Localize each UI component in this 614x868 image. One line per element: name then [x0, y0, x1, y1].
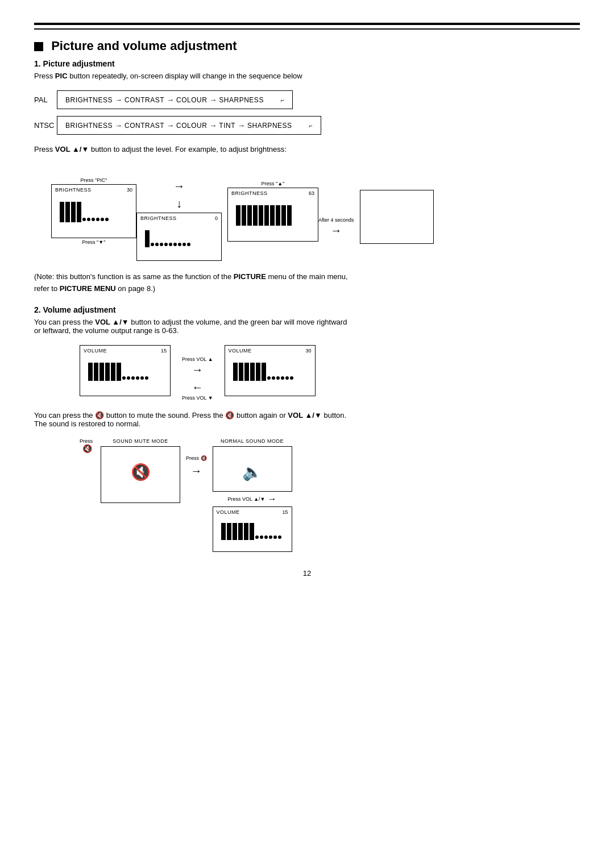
- volume-box-15: VOLUME 15: [80, 345, 171, 396]
- ntsc-sequence-box: BRIGHTNESS → CONTRAST → COLOUR → TINT → …: [57, 116, 321, 135]
- mute-col-2: NORMAL SOUND MODE 🔈 Press VOL ▲/▼ → VOLU…: [213, 438, 292, 552]
- pal-sequence-box: BRIGHTNESS → CONTRAST → COLOUR → SHARPNE…: [57, 90, 293, 109]
- section2-title: 2. Volume adjustment: [34, 305, 580, 314]
- restored-volume-box: VOLUME 15: [213, 506, 292, 552]
- press-vol-down-label: Press VOL ▼: [182, 395, 213, 401]
- mute-icon: 🔇: [107, 463, 174, 481]
- diag-col-1: Press "PIC" BRIGHTNESS 30 Press "▼": [51, 177, 136, 245]
- brightness-box-63: BRIGHTNESS 63: [227, 188, 318, 242]
- pal-sequence-row: PAL BRIGHTNESS → CONTRAST → COLOUR → SHA…: [34, 90, 580, 109]
- empty-display-box: [360, 190, 434, 244]
- top-border: [34, 23, 580, 30]
- brightness-box-0: BRIGHTNESS 0: [136, 213, 222, 261]
- brightness-box-1: BRIGHTNESS 30: [51, 184, 136, 238]
- sound-mute-mode-label: SOUND MUTE MODE: [113, 438, 168, 444]
- mute-arrows: Press 🔇 →: [186, 455, 207, 477]
- ntsc-label: NTSC: [34, 121, 57, 130]
- mute-diagram: Press 🔇 SOUND MUTE MODE 🔇 Press 🔇 → NORM…: [80, 438, 580, 552]
- brightness-diagram: Press "PIC" BRIGHTNESS 30 Press "▼": [51, 161, 563, 261]
- page-number: 12: [34, 569, 580, 578]
- arrow-down-section: → ↓ BRIGHTNESS 0: [136, 161, 222, 261]
- vol-arrows: Press VOL ▲ → ← Press VOL ▼: [182, 356, 213, 401]
- press-mute-label: Press 🔇: [80, 438, 95, 453]
- section1-title: 1. Picture adjustment: [34, 59, 580, 68]
- section1-intro: Press PIC button repeatedly, on-screen d…: [34, 72, 580, 80]
- pal-label: PAL: [34, 95, 57, 104]
- press-vol-label: Press VOL ▲/▼: [228, 496, 265, 502]
- arrow-right-section: After 4 seconds →: [318, 186, 354, 237]
- ntsc-sequence-row: NTSC BRIGHTNESS → CONTRAST → COLOUR → TI…: [34, 116, 580, 135]
- vol-col-2: VOLUME 30: [225, 345, 316, 396]
- vol-instruction: Press VOL ▲/▼ button to adjust the level…: [34, 145, 580, 153]
- press-vol-up-label: Press VOL ▲: [182, 356, 213, 362]
- speaker-icon: 🔈: [219, 463, 286, 481]
- mute-box-on: 🔈: [213, 446, 292, 492]
- press-up-label: Press "▲": [262, 181, 285, 186]
- volume-diagram: VOLUME 15 Press VOL ▲ → ← Press VOL ▼: [80, 345, 580, 401]
- diag-col-2: Press "▲" BRIGHTNESS 63: [227, 181, 318, 242]
- diag-col-3: [360, 178, 434, 244]
- volume-box-30: VOLUME 30: [225, 345, 316, 396]
- vol-col-1: VOLUME 15: [80, 345, 171, 396]
- mute-intro: You can press the 🔇 button to mute the s…: [34, 411, 580, 428]
- press-down-label: Press "▼": [82, 239, 106, 245]
- mute-col-1: SOUND MUTE MODE 🔇: [101, 438, 180, 503]
- press-pic-label: Press "PIC": [81, 177, 107, 183]
- mute-box-off: 🔇: [101, 446, 180, 503]
- page-title: Picture and volume adjustment: [34, 39, 580, 53]
- note-text: (Note: this button's function is as same…: [34, 271, 580, 295]
- press-mute2-label: Press 🔇: [186, 455, 207, 461]
- section2-intro: You can press the VOL ▲/▼ button to adju…: [34, 318, 580, 335]
- normal-sound-mode-label: NORMAL SOUND MODE: [221, 438, 284, 444]
